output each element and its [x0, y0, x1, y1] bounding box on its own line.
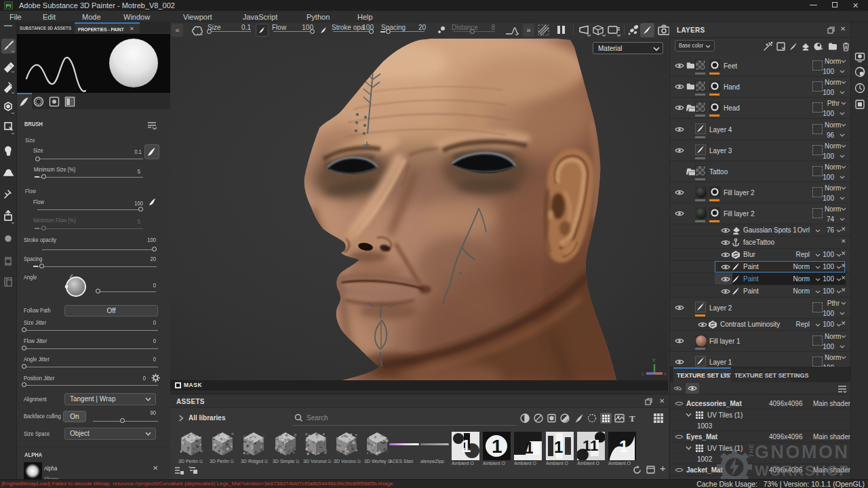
- svg-text:1: 1: [461, 436, 471, 456]
- svg-text:11: 11: [583, 437, 598, 454]
- svg-text:1: 1: [554, 438, 563, 456]
- svg-text:1: 1: [525, 439, 534, 457]
- svg-text:THE: THE: [748, 443, 755, 458]
- svg-text:1: 1: [492, 436, 502, 457]
- svg-text:Y: Y: [652, 357, 656, 363]
- svg-text:x: x: [664, 371, 667, 376]
- svg-text:T: T: [629, 413, 635, 424]
- svg-text:z: z: [642, 371, 644, 376]
- svg-text:WORKSHOP: WORKSHOP: [755, 462, 850, 479]
- svg-text:1: 1: [619, 437, 628, 455]
- svg-text:GNOMON: GNOMON: [755, 442, 850, 462]
